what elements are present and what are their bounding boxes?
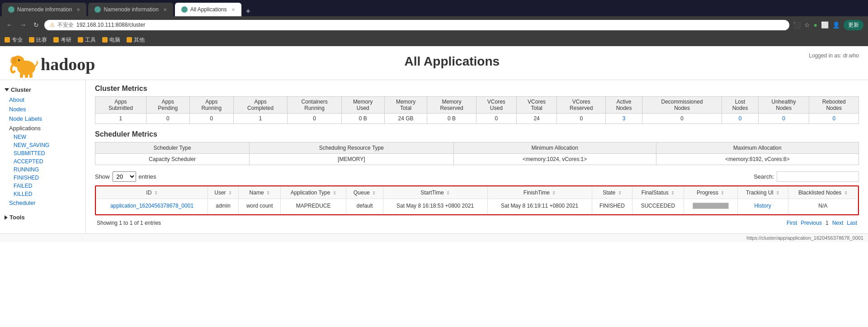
cm-apps-completed: 1 (233, 114, 288, 124)
sidebar-new-saving-link[interactable]: NEW_SAVING (0, 141, 85, 149)
content-area: Cluster About Nodes Node Labels Applicat… (0, 80, 868, 233)
cm-header-vcores-reserved: VCoresReserved (557, 97, 606, 114)
cm-header-vcores-total: VCoresTotal (516, 97, 557, 114)
sidebar-running-link[interactable]: RUNNING (0, 166, 85, 174)
bookmark-2-icon (29, 37, 34, 43)
tab-3-label: All Applications (190, 6, 227, 13)
sidebar-tools-header[interactable]: Tools (0, 212, 85, 223)
cm-header-active-nodes: ActiveNodes (606, 97, 642, 114)
star-icon[interactable]: ☆ (804, 21, 810, 28)
reload-button[interactable]: ↻ (32, 20, 41, 29)
sm-scheduling-resource-type: [MEMORY] (250, 154, 453, 165)
cm-unhealthy-nodes[interactable]: 0 (758, 114, 809, 124)
sidebar-node-labels-link[interactable]: Node Labels (0, 114, 85, 123)
cm-containers-running: 0 (288, 114, 342, 124)
sidebar-accepted-link[interactable]: ACCEPTED (0, 157, 85, 166)
cluster-metrics-title: Cluster Metrics (95, 85, 859, 93)
bookmark-4[interactable]: 工具 (78, 36, 96, 44)
search-input[interactable] (777, 171, 859, 182)
svg-rect-4 (20, 73, 23, 78)
sm-header-scheduler-type: Scheduler Type (95, 142, 250, 154)
sm-minimum-allocation: <memory:1024, vCores:1> (453, 154, 656, 165)
sidebar-scheduler-link[interactable]: Scheduler (0, 198, 85, 208)
cm-active-nodes[interactable]: 3 (606, 114, 642, 124)
cm-memory-reserved: 0 B (427, 114, 476, 124)
bookmark-4-label: 工具 (85, 36, 96, 44)
cm-header-memory-total: MemoryTotal (384, 97, 427, 114)
entries-label: entries (139, 173, 156, 180)
update-button[interactable]: 更新 (844, 20, 863, 30)
pagination-previous[interactable]: Previous (801, 220, 822, 226)
scheduler-metrics-table: Scheduler Type Scheduling Resource Type … (95, 142, 859, 165)
cm-rebooted-nodes[interactable]: 0 (809, 114, 859, 124)
applications-table: ID ⇕ User ⇕ Name ⇕ Application Type ⇕ Qu… (96, 186, 858, 214)
cm-memory-used: 0 B (341, 114, 384, 124)
back-button[interactable]: ← (5, 20, 14, 29)
sidebar-finished-link[interactable]: FINISHED (0, 174, 85, 182)
col-state: State ⇕ (592, 187, 632, 199)
tools-expand-icon (5, 215, 8, 220)
bookmark-3[interactable]: 考研 (53, 36, 71, 44)
app-start-time-1: Sat May 8 16:18:53 +0800 2021 (383, 199, 487, 214)
sidebar-new-link[interactable]: NEW (0, 133, 85, 141)
pagination-first[interactable]: First (787, 220, 797, 226)
sidebar-about-link[interactable]: About (0, 95, 85, 104)
table-controls: Show 20 50 100 entries Search: (95, 171, 859, 182)
sidebar-killed-link[interactable]: KILLED (0, 190, 85, 198)
logged-in-info: Logged in as: dr.who (809, 51, 859, 59)
sidebar-failed-link[interactable]: FAILED (0, 182, 85, 190)
tab-1-close[interactable]: ✕ (76, 7, 80, 12)
hadoop-text: hadoop (41, 54, 95, 74)
bookmark-1[interactable]: 专业 (5, 36, 23, 44)
sidebar-nodes-link[interactable]: Nodes (0, 104, 85, 114)
page: hadoop All Applications Logged in as: dr… (0, 46, 868, 318)
tab-bar: Namenode information ✕ Namenode informat… (0, 0, 868, 16)
hadoop-elephant-svg (9, 51, 41, 78)
cm-apps-submitted: 1 (95, 114, 146, 124)
tab-3-close[interactable]: ✕ (231, 7, 235, 12)
sidebar-cluster-header[interactable]: Cluster (0, 85, 85, 95)
new-tab-button[interactable]: + (241, 7, 255, 16)
cm-header-apps-completed: AppsCompleted (233, 97, 288, 114)
entries-select[interactable]: 20 50 100 (113, 171, 136, 182)
search-label: Search: (754, 173, 774, 180)
cm-header-unhealthy-nodes: UnhealthyNodes (758, 97, 809, 114)
pagination-current: 1 (826, 220, 829, 226)
tab-2[interactable]: Namenode information ✕ (88, 3, 173, 16)
bookmark-6[interactable]: 其他 (127, 36, 145, 44)
pagination-next[interactable]: Next (832, 220, 844, 226)
tab-2-close[interactable]: ✕ (163, 7, 167, 12)
history-link-1[interactable]: History (754, 203, 771, 209)
cm-header-decommissioned-nodes: DecommissionedNodes (642, 97, 722, 114)
app-id-1: application_1620456378678_0001 (96, 199, 208, 214)
app-type-1: MAPREDUCE (281, 199, 346, 214)
col-blacklisted-nodes: Blacklisted Nodes ⇕ (788, 187, 858, 199)
bookmark-5-icon (102, 37, 108, 43)
svg-point-3 (18, 59, 20, 61)
security-label: 不安全 (57, 21, 74, 29)
bookmark-2[interactable]: 比赛 (29, 36, 47, 44)
col-tracking-ui: Tracking UI ⇕ (737, 187, 788, 199)
screenshot-icon[interactable]: ⬛ (793, 21, 801, 28)
app-id-link-1[interactable]: application_1620456378678_0001 (110, 203, 193, 209)
profile-icon[interactable]: 👤 (832, 21, 840, 28)
sidebar-submitted-link[interactable]: SUBMITTED (0, 149, 85, 157)
cm-lost-nodes[interactable]: 0 (722, 114, 758, 124)
tab-1[interactable]: Namenode information ✕ (2, 3, 86, 16)
sm-header-scheduling-resource-type: Scheduling Resource Type (250, 142, 453, 154)
forward-button[interactable]: → (18, 20, 28, 29)
progress-bar-fill-1 (693, 203, 728, 209)
cm-apps-running: 0 (189, 114, 233, 124)
app-row-1: application_1620456378678_0001 admin wor… (96, 199, 858, 214)
tab-3[interactable]: All Applications ✕ (175, 3, 241, 16)
col-final-status: FinalStatus ⇕ (632, 187, 684, 199)
cm-decommissioned-nodes: 0 (642, 114, 722, 124)
cluster-metrics-table: AppsSubmitted AppsPending AppsRunning Ap… (95, 96, 859, 124)
pagination-last[interactable]: Last (847, 220, 857, 226)
cm-vcores-total: 24 (516, 114, 557, 124)
bookmark-5[interactable]: 电脑 (102, 36, 120, 44)
status-bar: https://cluster/app/application_16204563… (0, 233, 868, 242)
extension-icon[interactable]: ⬜ (821, 21, 829, 28)
app-tracking-ui-1: History (737, 199, 788, 214)
hadoop-logo: hadoop (9, 51, 95, 78)
